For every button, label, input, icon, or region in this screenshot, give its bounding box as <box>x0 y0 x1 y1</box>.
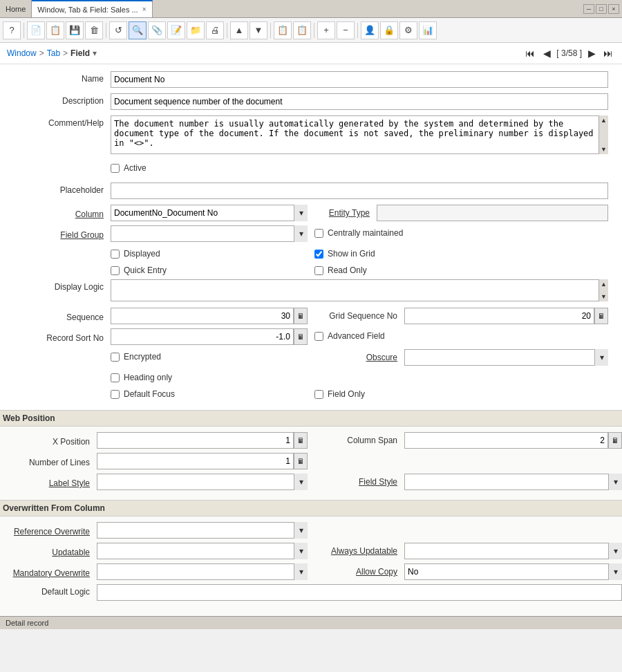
placeholder-input[interactable] <box>111 183 608 199</box>
label-style-field: ▾ <box>97 474 308 490</box>
minimize-button[interactable]: ─ <box>583 4 594 14</box>
allow-copy-label[interactable]: Allow Copy <box>314 567 404 577</box>
copy-button[interactable]: 📋 <box>46 21 64 39</box>
breadcrumb-sep-2: > <box>63 48 68 58</box>
breadcrumb-window-link[interactable]: Window <box>7 48 37 58</box>
record-sort-calc-button[interactable]: 🖩 <box>294 328 308 345</box>
nav-last-button[interactable]: ⏭ <box>601 46 615 60</box>
field-dropdown-icon[interactable]: ▾ <box>93 48 97 58</box>
column-label[interactable]: Column <box>14 207 111 219</box>
heading-only-checkbox[interactable] <box>111 373 120 382</box>
centrally-maintained-checkbox[interactable] <box>314 229 323 238</box>
help-button[interactable]: ? <box>3 21 21 39</box>
column-span-input[interactable] <box>404 432 608 449</box>
obscure-label[interactable]: Obscure <box>314 353 404 362</box>
dl-scrollbar-down[interactable]: ▼ <box>601 293 607 300</box>
updatable-select[interactable] <box>97 543 308 559</box>
field-group-label[interactable]: Field Group <box>14 227 111 240</box>
defaultfocus-fieldonly-row: Default Focus Field Only <box>14 386 608 399</box>
read-only-checkbox[interactable] <box>314 266 323 275</box>
close-button[interactable]: × <box>608 4 619 14</box>
print-button[interactable]: 🖨 <box>206 21 224 39</box>
expand-button[interactable]: + <box>317 21 335 39</box>
web-position-header[interactable]: ▼ Web Position <box>0 410 622 427</box>
delete-button[interactable]: 🗑 <box>85 21 103 39</box>
breadcrumb: Window > Tab > Field ▾ ⏮ ◀ [ 3/58 ] ▶ ⏭ <box>0 43 622 64</box>
note-button[interactable]: 📝 <box>167 21 185 39</box>
label-style-select[interactable] <box>97 474 308 490</box>
always-updatable-select[interactable] <box>404 543 622 559</box>
nav-prev-button[interactable]: ◀ <box>540 46 554 60</box>
copy2-button[interactable]: 📋 <box>274 21 292 39</box>
mandatory-overwrite-select[interactable] <box>97 563 308 580</box>
display-logic-textarea[interactable] <box>111 279 608 301</box>
always-updatable-label[interactable]: Always Updatable <box>314 546 404 556</box>
breadcrumb-tab-link[interactable]: Tab <box>47 48 60 58</box>
entity-type-label[interactable]: Entity Type <box>314 208 377 218</box>
x-position-input[interactable] <box>97 432 294 449</box>
workflow-button[interactable]: ⚙ <box>399 21 417 39</box>
attach-button[interactable]: 📎 <box>148 21 166 39</box>
field-style-label[interactable]: Field Style <box>314 477 404 487</box>
report-button[interactable]: 📊 <box>419 21 437 39</box>
column-span-calc-button[interactable]: 🖩 <box>608 432 622 449</box>
column-select[interactable]: DocumentNo_Document No <box>111 205 308 221</box>
overwritten-header[interactable]: ▼ Overwritten From Column <box>0 500 622 516</box>
collapse-button[interactable]: − <box>337 21 355 39</box>
close-tab-button[interactable]: × <box>142 6 147 13</box>
scrollbar-down[interactable]: ▼ <box>601 146 607 153</box>
field-group-select[interactable] <box>111 225 308 242</box>
field-only-checkbox[interactable] <box>314 390 323 399</box>
comment-textarea[interactable] <box>111 115 608 154</box>
default-focus-checkbox[interactable] <box>111 390 120 399</box>
obscure-select[interactable] <box>404 349 608 366</box>
allow-copy-select[interactable]: No <box>404 563 622 580</box>
displayed-checkbox[interactable] <box>111 250 120 259</box>
active-checkbox[interactable] <box>111 164 120 173</box>
number-of-lines-input[interactable] <box>97 453 294 469</box>
reference-overwrite-label[interactable]: Reference Overwrite <box>0 524 97 536</box>
footer-label: Detail record <box>6 619 48 627</box>
default-logic-label: Default Logic <box>0 584 97 597</box>
down-button[interactable]: ▼ <box>249 21 267 39</box>
quick-entry-checkbox[interactable] <box>111 266 120 275</box>
advanced-field-checkbox[interactable] <box>314 332 323 341</box>
maximize-button[interactable]: □ <box>596 4 607 14</box>
new-button[interactable]: 📄 <box>27 21 45 39</box>
x-position-calc-button[interactable]: 🖩 <box>294 432 308 449</box>
find-button[interactable]: 🔍 <box>129 21 147 39</box>
encrypted-checkbox[interactable] <box>111 353 120 362</box>
name-input[interactable] <box>111 71 608 88</box>
sequence-calc-button[interactable]: 🖩 <box>294 308 308 324</box>
archive-button[interactable]: 📁 <box>187 21 205 39</box>
dl-scrollbar-up[interactable]: ▲ <box>601 281 607 288</box>
home-tab[interactable]: Home <box>0 0 32 17</box>
scrollbar-up[interactable]: ▲ <box>601 117 607 124</box>
grid-sequence-input[interactable] <box>404 308 594 324</box>
refresh-button[interactable]: ↺ <box>109 21 127 39</box>
label-style-label[interactable]: Label Style <box>0 476 97 488</box>
centrally-maintained-right: Centrally maintained <box>308 225 608 238</box>
default-logic-input[interactable] <box>97 584 622 601</box>
save-button[interactable]: 💾 <box>66 21 84 39</box>
mandatory-overwrite-field: ▾ <box>97 563 308 580</box>
description-input[interactable] <box>111 93 608 110</box>
field-style-select[interactable] <box>404 474 622 490</box>
nav-next-button[interactable]: ▶ <box>585 46 599 60</box>
show-in-grid-checkbox[interactable] <box>314 250 323 259</box>
user-button[interactable]: 👤 <box>361 21 379 39</box>
number-of-lines-calc-button[interactable]: 🖩 <box>294 453 308 469</box>
sequence-input[interactable] <box>111 308 294 324</box>
record-sort-input[interactable] <box>111 328 294 345</box>
updatable-label[interactable]: Updatable <box>0 545 97 557</box>
up-button[interactable]: ▲ <box>230 21 248 39</box>
active-tab[interactable]: Window, Tab & Field: Sales ... × <box>32 0 152 17</box>
mandatory-overwrite-label[interactable]: Mandatory Overwrite <box>0 566 97 578</box>
grid-sequence-calc-button[interactable]: 🖩 <box>594 308 608 324</box>
paste-button[interactable]: 📋 <box>293 21 311 39</box>
entity-type-input[interactable] <box>377 205 608 221</box>
reference-overwrite-select[interactable] <box>97 522 308 539</box>
lock-button[interactable]: 🔒 <box>380 21 398 39</box>
default-focus-label: Default Focus <box>124 389 175 399</box>
nav-first-button[interactable]: ⏮ <box>523 46 537 60</box>
